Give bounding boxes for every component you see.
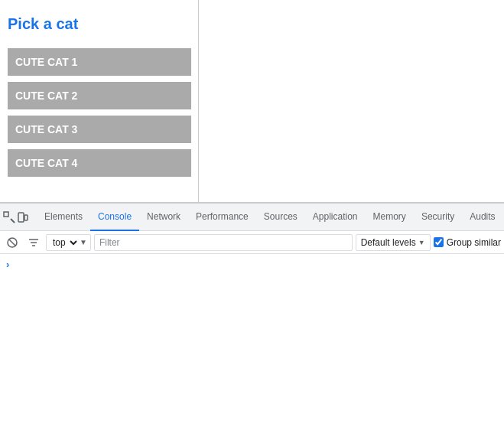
console-prompt: ›	[3, 257, 501, 272]
cat-button-1[interactable]: CUTE CAT 1	[8, 48, 191, 76]
tab-memory[interactable]: Memory	[366, 204, 414, 231]
tab-application[interactable]: Application	[305, 204, 366, 231]
tab-sources[interactable]: Sources	[256, 204, 305, 231]
svg-rect-0	[4, 212, 8, 217]
tab-network[interactable]: Network	[139, 204, 188, 231]
context-select-input[interactable]: top	[50, 236, 80, 249]
levels-dropdown-arrow: ▼	[418, 239, 425, 246]
clear-console-button[interactable]	[3, 233, 21, 252]
left-panel: Pick a cat CUTE CAT 1 CUTE CAT 2 CUTE CA…	[0, 0, 199, 202]
console-toolbar: top ▼ Default levels ▼ Group similar	[0, 231, 504, 254]
cat-button-3[interactable]: CUTE CAT 3	[8, 116, 191, 143]
tab-security[interactable]: Security	[414, 204, 462, 231]
tab-audits[interactable]: Audits	[462, 204, 502, 231]
tab-elements[interactable]: Elements	[37, 204, 90, 231]
svg-line-1	[11, 219, 15, 223]
filter-icon[interactable]	[24, 233, 43, 252]
svg-rect-2	[18, 213, 24, 222]
svg-rect-3	[24, 215, 28, 220]
svg-line-5	[9, 240, 15, 246]
device-toolbar-icon[interactable]	[17, 207, 29, 228]
default-levels-button[interactable]: Default levels ▼	[356, 234, 431, 251]
devtools-tabs-bar: Elements Console Network Performance Sou…	[0, 204, 504, 231]
tab-performance[interactable]: Performance	[188, 204, 256, 231]
devtools-panel: Elements Console Network Performance Sou…	[0, 203, 504, 407]
tab-console[interactable]: Console	[90, 204, 139, 231]
group-similar-label[interactable]: Group similar	[434, 237, 501, 248]
main-content: Pick a cat CUTE CAT 1 CUTE CAT 2 CUTE CA…	[0, 0, 504, 203]
cat-button-2[interactable]: CUTE CAT 2	[8, 82, 191, 109]
context-selector[interactable]: top ▼	[46, 234, 91, 251]
right-panel	[199, 0, 504, 202]
cat-button-4[interactable]: CUTE CAT 4	[8, 149, 191, 177]
group-similar-checkbox[interactable]	[434, 237, 444, 247]
console-filter-input[interactable]	[94, 234, 353, 251]
inspect-element-icon[interactable]	[3, 207, 15, 228]
page-title: Pick a cat	[8, 15, 190, 33]
context-dropdown-arrow: ▼	[80, 238, 87, 246]
console-caret-icon: ›	[6, 259, 9, 270]
console-content: ›	[0, 254, 504, 407]
